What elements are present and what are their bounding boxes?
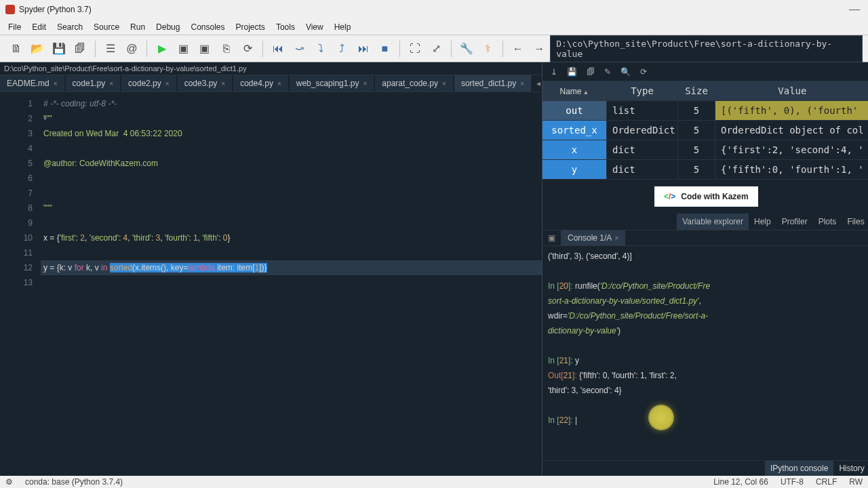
run-selection-icon[interactable]: ⎘ xyxy=(218,41,235,57)
variable-explorer-toolbar: ⤓ 💾 🗐 ✎ 🔍 ⟳ xyxy=(542,62,868,81)
open-file-icon[interactable]: 📂 xyxy=(30,41,46,57)
status-encoding: UTF-8 xyxy=(781,477,804,487)
minimize-button[interactable]: — xyxy=(846,3,863,16)
menu-debug[interactable]: Debug xyxy=(151,20,185,34)
reload-icon[interactable]: ⟳ xyxy=(239,41,256,57)
tab-readme[interactable]: EADME.md× xyxy=(0,75,64,92)
col-value[interactable]: Value xyxy=(715,81,868,101)
console-options-icon[interactable]: ▣ xyxy=(542,230,561,245)
window-title: Spyder (Python 3.7) xyxy=(19,5,92,14)
back-icon[interactable]: ← xyxy=(510,41,526,57)
menu-file[interactable]: File xyxy=(3,20,26,34)
cursor-highlight xyxy=(648,405,674,430)
code-with-kazem-logo: </> Code with Kazem xyxy=(654,186,758,207)
status-cursor-pos: Line 12, Col 66 xyxy=(713,477,768,487)
right-panel-tabs: Variable explorer Help Profiler Plots Fi… xyxy=(542,214,868,230)
run-cell-icon[interactable]: ▣ xyxy=(176,41,192,57)
working-dir-field[interactable]: D:\co\Python_site\Product\Free\sort-a-di… xyxy=(550,35,863,62)
menu-source[interactable]: Source xyxy=(88,20,125,34)
tab-files[interactable]: Files xyxy=(842,214,868,230)
edit-icon[interactable]: ✎ xyxy=(604,67,611,77)
run-icon[interactable]: ▶ xyxy=(154,41,170,57)
var-row-x[interactable]: xdict5{'first':2, 'second':4, ' xyxy=(542,140,868,160)
menu-help[interactable]: Help xyxy=(329,20,357,34)
debug-into-icon[interactable]: ⤵ xyxy=(313,41,329,57)
variable-table: Name▲ Type Size Value outlist5[('fifth',… xyxy=(542,81,868,180)
titlebar: Spyder (Python 3.7) — xyxy=(0,0,868,19)
tab-aparat[interactable]: aparat_code.py× xyxy=(375,75,453,92)
fold-icon[interactable]: ▾ xyxy=(43,111,47,126)
menu-tools[interactable]: Tools xyxy=(271,20,300,34)
save-data-icon[interactable]: 💾 xyxy=(567,67,577,77)
menu-run[interactable]: Run xyxy=(125,20,151,34)
list-icon[interactable]: ☰ xyxy=(102,41,119,57)
menu-consoles[interactable]: Consoles xyxy=(185,20,230,34)
debug-continue-icon[interactable]: ⏭ xyxy=(355,41,372,57)
var-row-sorted-x[interactable]: sorted_xOrderedDict5OrderedDict object o… xyxy=(542,121,868,140)
status-eol: CRLF xyxy=(816,477,837,487)
tab-profiler[interactable]: Profiler xyxy=(776,214,813,230)
forward-icon[interactable]: → xyxy=(532,41,548,57)
col-size[interactable]: Size xyxy=(678,81,715,101)
debug-step-icon[interactable]: ⏮ xyxy=(270,41,286,57)
logo-area: </> Code with Kazem xyxy=(542,180,868,214)
menu-search[interactable]: Search xyxy=(52,20,88,34)
code-editor[interactable]: 12345678910111213 ▾ # -*- coding: utf-8 … xyxy=(0,92,542,476)
console-tab-1a[interactable]: Console 1/A× xyxy=(561,230,625,245)
search-icon[interactable]: 🔍 xyxy=(620,67,631,77)
tab-code1[interactable]: code1.py× xyxy=(66,75,121,92)
status-kernel-icon: ⚙ xyxy=(5,477,13,487)
tab-prev-icon[interactable]: ◂ xyxy=(536,79,540,88)
right-pane: ⤓ 💾 🗐 ✎ 🔍 ⟳ Name▲ Type Size Value outlis… xyxy=(542,62,868,476)
save-all-icon[interactable]: 🗐 xyxy=(73,41,89,57)
wrench-icon[interactable]: 🔧 xyxy=(458,41,475,57)
save-all-data-icon[interactable]: 🗐 xyxy=(587,67,595,77)
tab-history[interactable]: History xyxy=(833,461,868,476)
tab-code3[interactable]: code3.py× xyxy=(178,75,233,92)
tab-webscaping[interactable]: web_scaping1.py× xyxy=(290,75,374,92)
editor-pane: D:\co\Python_site\Product\Free\sort-a-di… xyxy=(0,62,542,476)
python-icon[interactable]: ⚕ xyxy=(480,41,496,57)
tab-plots[interactable]: Plots xyxy=(813,214,842,230)
col-name[interactable]: Name▲ xyxy=(542,81,607,101)
ipython-console[interactable]: ('third', 3), ('second', 4)] In [20]: ru… xyxy=(542,246,868,460)
tab-code4[interactable]: code4.py× xyxy=(233,75,288,92)
console-pane: ▣ Console 1/A× ('third', 3), ('second', … xyxy=(542,230,868,476)
console-bottom-tabs: IPython console History xyxy=(542,460,868,476)
menu-view[interactable]: View xyxy=(300,20,329,34)
statusbar: ⚙ conda: base (Python 3.7.4) Line 12, Co… xyxy=(0,476,868,488)
line-gutter: 12345678910111213 xyxy=(0,96,41,476)
menu-edit[interactable]: Edit xyxy=(26,20,52,34)
menu-projects[interactable]: Projects xyxy=(231,20,271,34)
col-type[interactable]: Type xyxy=(607,81,678,101)
debug-out-icon[interactable]: ⤴ xyxy=(334,41,350,57)
at-icon[interactable]: @ xyxy=(124,41,140,57)
tab-sorted-dict1[interactable]: sorted_dict1.py× xyxy=(454,75,531,92)
tab-ipython-console[interactable]: IPython console xyxy=(765,461,833,476)
tab-help[interactable]: Help xyxy=(749,214,776,230)
run-cell-advance-icon[interactable]: ▣ xyxy=(197,41,213,57)
import-data-icon[interactable]: ⤓ xyxy=(551,67,557,77)
maximize-pane-icon[interactable]: ⛶ xyxy=(407,41,423,57)
app-icon xyxy=(5,5,15,14)
menubar: File Edit Search Source Run Debug Consol… xyxy=(0,19,868,35)
debug-stop-icon[interactable]: ■ xyxy=(376,41,393,57)
editor-tabs: EADME.md× code1.py× code2.py× code3.py× … xyxy=(0,75,542,92)
debug-over-icon[interactable]: ⤻ xyxy=(291,41,307,57)
var-row-out[interactable]: outlist5[('fifth', 0), ('fourth' xyxy=(542,101,868,121)
tab-code2[interactable]: code2.py× xyxy=(121,75,176,92)
var-row-y[interactable]: ydict5{'fifth':0, 'fourth':1, ' xyxy=(542,160,868,180)
fullscreen-icon[interactable]: ⤢ xyxy=(429,41,445,57)
status-rw: RW xyxy=(849,477,863,487)
refresh-icon[interactable]: ⟳ xyxy=(640,67,647,77)
file-path-breadcrumb: D:\co\Python_site\Product\Free\sort-a-di… xyxy=(0,62,542,75)
tab-variable-explorer[interactable]: Variable explorer xyxy=(677,214,749,230)
new-file-icon[interactable]: 🗎 xyxy=(8,41,24,57)
save-icon[interactable]: 💾 xyxy=(51,41,67,57)
status-env: conda: base (Python 3.7.4) xyxy=(25,477,123,487)
toolbar: 🗎 📂 💾 🗐 ☰ @ ▶ ▣ ▣ ⎘ ⟳ ⏮ ⤻ ⤵ ⤴ ⏭ ■ ⛶ ⤢ 🔧 … xyxy=(0,35,868,62)
